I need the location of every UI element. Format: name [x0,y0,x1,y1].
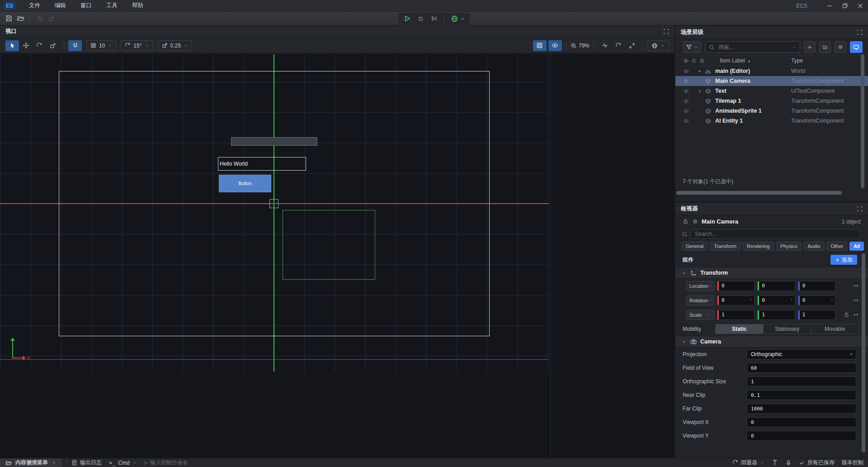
mobility-option-static[interactable]: Static [716,324,764,334]
prop-input[interactable]: 60 [747,363,856,373]
eye-icon[interactable] [682,78,690,84]
close-button[interactable] [853,0,868,12]
chevron-down-icon[interactable] [695,69,703,74]
unlock-icon[interactable] [844,312,849,318]
eye-icon[interactable] [682,118,690,124]
hierarchy-row-tilemap-1[interactable]: Tilemap 1TransformComponent [675,96,868,106]
lock-icon[interactable] [698,58,706,63]
select-tool-button[interactable] [5,40,19,51]
reset-view-button[interactable] [612,40,625,51]
star-icon[interactable] [690,58,698,63]
column-type[interactable]: Type [791,57,868,64]
console-input[interactable]: > 输入控制台命令 [144,459,188,467]
visibility-toggle-button[interactable] [548,40,562,51]
output-log-button[interactable]: 输出日志 [71,459,102,467]
column-item-label[interactable]: Item Label ▲ [720,57,751,64]
open-folder-icon[interactable] [14,13,26,24]
grid-toggle-button[interactable] [533,40,547,51]
eye-icon[interactable] [682,98,690,104]
saved-status[interactable]: 所有已保存 [799,459,835,467]
cmd-dropdown[interactable]: >_ Cmd [109,460,137,466]
scale-x-field[interactable]: 1 [717,310,755,320]
version-control-button[interactable]: 版本控制 [842,459,863,467]
camera-section-header[interactable]: Camera [675,336,868,348]
hierarchy-fullscreen-icon[interactable] [857,29,863,35]
prop-dropdown[interactable]: Orthographic▾ [747,349,856,359]
settings-gear-button[interactable] [835,41,846,53]
hierarchy-row-main-camera[interactable]: Main CameraTransformComponent [675,76,868,86]
world-view-dropdown[interactable] [647,40,669,51]
unlock-icon[interactable] [683,219,689,224]
eye-icon[interactable] [682,68,690,74]
inspector-vertical-scrollbar[interactable] [862,253,865,453]
rotation-x-field[interactable]: 0° [717,295,755,305]
mobility-option-movable[interactable]: Movable [811,324,859,334]
eye-icon[interactable] [682,108,690,114]
save-icon[interactable] [3,13,14,24]
gear-icon[interactable] [692,219,698,224]
zoom-icon[interactable] [571,43,577,49]
play-icon[interactable] [403,14,411,23]
inspector-search-box[interactable] [690,229,860,239]
maximize-button[interactable] [837,0,853,12]
scale-dropdown[interactable]: Scale [686,310,714,320]
scale-y-field[interactable]: 1 [757,310,795,320]
menu-item-工具[interactable]: 工具 [101,0,123,11]
hierarchy-search-input[interactable] [717,43,789,51]
menu-item-文件[interactable]: 文件 [24,0,46,11]
rotate-tool-button[interactable] [33,40,46,51]
microphone-icon[interactable] [785,460,792,466]
add-item-button[interactable] [804,41,816,53]
rotation-y-field[interactable]: 0° [757,295,795,305]
menu-item-编辑[interactable]: 编辑 [49,0,71,11]
filter-button[interactable] [683,41,701,53]
minimize-button[interactable] [822,0,837,12]
prop-input[interactable]: 1 [747,376,856,386]
rotation-dropdown[interactable]: Rotation [686,295,714,305]
tab-all[interactable]: All [849,242,864,251]
tab-physics[interactable]: Physics [776,242,802,251]
snap-magnet-button[interactable] [68,40,82,51]
prop-input[interactable]: 0.1 [747,390,856,400]
rotation-z-field[interactable]: 0° [798,295,835,305]
display-mode-button[interactable] [850,41,863,53]
chevron-right-icon[interactable] [695,89,703,94]
rollback-dropdown[interactable]: 回退器 [732,459,764,467]
app-logo[interactable]: ES [4,2,15,10]
hierarchy-row-animatedsprite-1[interactable]: AnimatedSprite 1TransformComponent [675,106,868,116]
hierarchy-search[interactable] [705,41,800,53]
button-entity[interactable]: Button [219,175,271,192]
expand-view-button[interactable] [625,40,639,51]
tab-other[interactable]: Other [827,242,848,251]
add-folder-button[interactable] [819,41,831,53]
hierarchy-row-text[interactable]: TextUITextComponent [675,86,868,96]
selection-gizmo[interactable] [269,199,278,208]
viewport-fullscreen-icon[interactable] [663,29,669,34]
rotate-snap-dropdown[interactable]: 15° [121,40,153,51]
redo-icon[interactable] [46,13,57,24]
eye-icon[interactable] [682,58,690,64]
slider-entity[interactable] [231,137,317,146]
step-icon[interactable] [430,15,438,22]
move-tool-button[interactable] [19,40,33,51]
tilemap-entity[interactable] [283,210,375,280]
prop-input[interactable]: 0 [747,417,856,427]
inspector-fullscreen-icon[interactable] [857,206,863,212]
inspector-search-input[interactable] [694,230,856,238]
hierarchy-row-main-editor-[interactable]: main (Editor)World [675,66,868,76]
tab-audio[interactable]: Audio [804,242,825,251]
eye-icon[interactable] [682,88,690,94]
mobility-option-stationary[interactable]: Stationary [764,324,811,334]
prop-input[interactable]: 0 [747,431,856,441]
prop-input[interactable]: 1000 [747,404,856,414]
world-mode-dropdown[interactable] [451,15,465,23]
grid-size-dropdown[interactable]: 10 [86,40,116,51]
zoom-level[interactable]: 79% [579,43,590,49]
add-component-button[interactable]: 添加 [830,255,857,265]
hierarchy-horizontal-scrollbar[interactable] [676,191,842,195]
scene-canvas[interactable]: Hello World Button x [0,54,675,458]
menu-item-帮助[interactable]: 帮助 [127,0,149,11]
transform-section-header[interactable]: Transform [675,267,868,279]
link-axes-icon[interactable] [853,283,859,289]
scale-tool-button[interactable] [46,40,60,51]
